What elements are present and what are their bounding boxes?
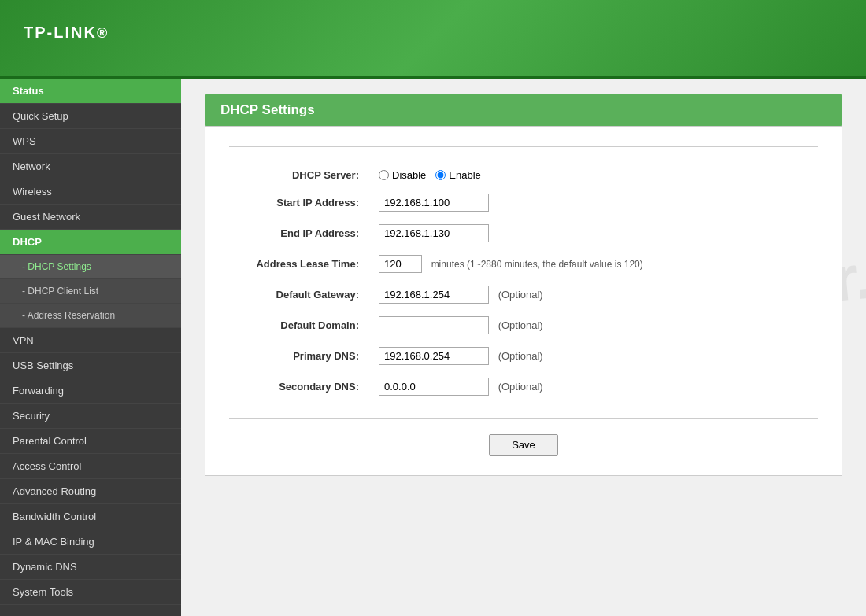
- page-title: DHCP Settings: [205, 94, 842, 126]
- sidebar-item-label-dhcp-client-list: - DHCP Client List: [22, 286, 98, 297]
- sidebar-item-guest-network[interactable]: Guest Network: [0, 205, 181, 230]
- sidebar-item-label-address-reservation: - Address Reservation: [22, 310, 115, 321]
- gateway-optional: (Optional): [498, 289, 543, 301]
- primary-dns-label: Primary DNS:: [229, 341, 371, 371]
- sidebar-item-bandwidth-control[interactable]: Bandwidth Control: [0, 504, 181, 529]
- save-button-row: Save: [229, 434, 818, 456]
- lease-time-hint: minutes (1~2880 minutes, the default val…: [431, 259, 643, 270]
- disable-label: Disable: [392, 169, 426, 181]
- sidebar-item-parental-control[interactable]: Parental Control: [0, 429, 181, 454]
- domain-input[interactable]: [379, 316, 489, 334]
- sidebar-item-wps[interactable]: WPS: [0, 129, 181, 154]
- sidebar-item-label-vpn: VPN: [13, 334, 34, 346]
- sidebar-item-label-quick-setup: Quick Setup: [13, 110, 68, 122]
- secondary-dns-input[interactable]: [379, 378, 489, 396]
- sidebar-item-dhcp-client-list[interactable]: - DHCP Client List: [0, 279, 181, 304]
- sidebar-item-label-usb-settings: USB Settings: [13, 360, 73, 371]
- logo: TP-LINK®: [24, 20, 109, 57]
- sidebar-item-label-security: Security: [13, 410, 50, 422]
- secondary-dns-optional: (Optional): [498, 381, 543, 393]
- main-content: SetupRouter.com DHCP Settings DHCP Serve…: [181, 79, 866, 616]
- sidebar-item-label-guest-network: Guest Network: [13, 211, 80, 223]
- disable-radio[interactable]: [379, 170, 389, 180]
- save-button[interactable]: Save: [489, 434, 558, 456]
- sidebar-item-wireless[interactable]: Wireless: [0, 179, 181, 205]
- sidebar-item-dhcp[interactable]: DHCP: [0, 230, 181, 255]
- sidebar-item-label-access-control: Access Control: [13, 460, 81, 472]
- sidebar-item-label-advanced-routing: Advanced Routing: [13, 485, 96, 497]
- start-ip-row: Start IP Address:: [229, 187, 818, 218]
- start-ip-label: Start IP Address:: [229, 187, 371, 218]
- end-ip-row: End IP Address:: [229, 218, 818, 249]
- sidebar-item-ip-mac-binding[interactable]: IP & MAC Binding: [0, 529, 181, 555]
- sidebar-item-label-wps: WPS: [13, 135, 36, 147]
- sidebar-item-system-tools[interactable]: System Tools: [0, 580, 181, 605]
- primary-dns-input[interactable]: [379, 347, 489, 365]
- sidebar-item-label-system-tools: System Tools: [13, 586, 73, 598]
- secondary-dns-label: Secondary DNS:: [229, 371, 371, 402]
- sidebar-item-security[interactable]: Security: [0, 404, 181, 429]
- header: TP-LINK®: [0, 0, 866, 79]
- logo-text: TP-LINK: [24, 24, 97, 41]
- enable-radio[interactable]: [435, 170, 446, 180]
- dhcp-server-radios: Disable Enable: [379, 169, 810, 181]
- sidebar-item-network[interactable]: Network: [0, 154, 181, 179]
- domain-optional: (Optional): [498, 319, 543, 331]
- sidebar-item-label-wireless: Wireless: [13, 186, 52, 197]
- lease-time-label: Address Lease Time:: [229, 249, 371, 279]
- sidebar-item-dynamic-dns[interactable]: Dynamic DNS: [0, 555, 181, 580]
- disable-radio-label[interactable]: Disable: [379, 169, 426, 181]
- sidebar-item-label-dhcp: DHCP: [13, 236, 42, 248]
- enable-radio-label[interactable]: Enable: [435, 169, 480, 181]
- lease-time-row: Address Lease Time: minutes (1~2880 minu…: [229, 249, 818, 279]
- sidebar-item-status[interactable]: Status: [0, 79, 181, 104]
- sidebar-item-label-bandwidth-control: Bandwidth Control: [13, 511, 96, 522]
- sidebar-item-forwarding[interactable]: Forwarding: [0, 378, 181, 404]
- end-ip-input[interactable]: [379, 224, 489, 242]
- sidebar-item-label-network: Network: [13, 160, 50, 172]
- end-ip-label: End IP Address:: [229, 218, 371, 249]
- sidebar-item-quick-setup[interactable]: Quick Setup: [0, 104, 181, 129]
- enable-label: Enable: [449, 169, 480, 181]
- lease-time-input[interactable]: [379, 255, 422, 273]
- gateway-label: Default Gateway:: [229, 279, 371, 310]
- sidebar-item-label-dhcp-settings: - DHCP Settings: [22, 261, 91, 272]
- sidebar: StatusQuick SetupWPSNetworkWirelessGuest…: [0, 79, 181, 616]
- settings-form: DHCP Server: Disable Enable: [229, 163, 818, 402]
- domain-row: Default Domain: (Optional): [229, 310, 818, 341]
- content-box: DHCP Server: Disable Enable: [205, 126, 842, 476]
- layout: StatusQuick SetupWPSNetworkWirelessGuest…: [0, 79, 866, 616]
- sidebar-item-address-reservation[interactable]: - Address Reservation: [0, 304, 181, 328]
- sidebar-item-access-control[interactable]: Access Control: [0, 454, 181, 479]
- gateway-row: Default Gateway: (Optional): [229, 279, 818, 310]
- sidebar-item-label-status: Status: [13, 85, 44, 97]
- sidebar-item-label-dynamic-dns: Dynamic DNS: [13, 561, 77, 573]
- dhcp-server-row: DHCP Server: Disable Enable: [229, 163, 818, 187]
- primary-dns-optional: (Optional): [498, 350, 543, 362]
- start-ip-input[interactable]: [379, 194, 489, 212]
- gateway-input[interactable]: [379, 286, 489, 304]
- sidebar-item-label-ip-mac-binding: IP & MAC Binding: [13, 536, 94, 548]
- domain-label: Default Domain:: [229, 310, 371, 341]
- sidebar-item-usb-settings[interactable]: USB Settings: [0, 353, 181, 378]
- sidebar-item-vpn[interactable]: VPN: [0, 328, 181, 353]
- sidebar-item-label-forwarding: Forwarding: [13, 385, 64, 397]
- primary-dns-row: Primary DNS: (Optional): [229, 341, 818, 371]
- sidebar-item-advanced-routing[interactable]: Advanced Routing: [0, 479, 181, 504]
- logo-mark: ®: [97, 25, 109, 41]
- secondary-dns-row: Secondary DNS: (Optional): [229, 371, 818, 402]
- dhcp-server-label: DHCP Server:: [229, 163, 371, 187]
- sidebar-item-label-parental-control: Parental Control: [13, 435, 87, 447]
- sidebar-item-dhcp-settings[interactable]: - DHCP Settings: [0, 255, 181, 279]
